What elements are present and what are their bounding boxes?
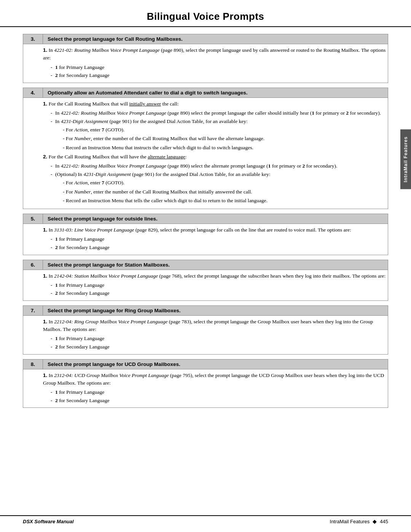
bullet-item: 1 for Primary Language (51, 281, 388, 289)
step-6-number: 6. (23, 260, 43, 270)
footer-right-label: IntraMail Features (330, 519, 370, 524)
bullet-item: In 4221-02: Routing Mailbox Voice Prompt… (51, 109, 388, 117)
step-7-bullets: 1 for Primary Language 2 for Secondary L… (43, 334, 388, 351)
content-area: 3. Select the prompt language for Call R… (0, 34, 411, 423)
bullet-item: 2 for Secondary Language (51, 289, 388, 297)
bullet-item: In 4221-02: Routing Mailbox Voice Prompt… (51, 162, 388, 170)
bullet-item: 1 for Primary Language (51, 388, 388, 396)
step-8-body: 1. In 2312-04: UCD Group Mailbox Voice P… (23, 369, 388, 408)
step-3-item-1: 1. In 4221-02: Routing Mailbox Voice Pro… (43, 46, 388, 62)
step-6-header: 6. Select the prompt language for Statio… (23, 260, 388, 270)
title-area: Bilingual Voice Prompts (0, 0, 411, 27)
step-8-header: 8. Select the prompt language for UCD Gr… (23, 359, 388, 369)
step-4-number: 4. (23, 88, 43, 97)
bullet-item: In 4231-Digit Assignment (page 901) for … (51, 117, 388, 126)
step-3-header: 3. Select the prompt language for Call R… (23, 34, 388, 44)
bullet-item: (Optional) In 4231-Digit Assignment (pag… (51, 170, 388, 179)
step-3-title: Select the prompt language for Call Rout… (43, 34, 187, 44)
bullet-item: 1 for Primary Language (51, 63, 388, 72)
step-8-number: 8. (23, 359, 43, 369)
step-5-title: Select the prompt language for outside l… (43, 214, 162, 224)
bullet-item: 2 for Secondary Language (51, 343, 388, 351)
step-8-item-1: 1. In 2312-04: UCD Group Mailbox Voice P… (43, 372, 388, 387)
step-5-item-1: 1. In 3131-03: Line Voice Prompt Languag… (43, 226, 388, 234)
step-7-item-1: 1. In 2212-04: Ring Group Mailbox Voice … (43, 318, 388, 334)
step-6-bullets: 1 for Primary Language 2 for Secondary L… (43, 281, 388, 297)
step-3-number: 3. (23, 34, 43, 44)
step-4-body: 1. For the Call Routing Mailbox that wil… (23, 98, 388, 209)
step-6-body: 1. In 2142-04: Station Mailbox Voice Pro… (23, 270, 388, 301)
bullet-item: 2 for Secondary Language (51, 243, 388, 252)
step-4-item-2: 2. For the Call Routing Mailbox that wil… (43, 153, 388, 161)
step-7-title: Select the prompt language for Ring Grou… (43, 306, 185, 315)
footer-page-num: 445 (380, 519, 388, 524)
step-7-number: 7. (23, 306, 43, 315)
page-title: Bilingual Voice Prompts (30, 11, 381, 22)
bullet-item: 1 for Primary Language (51, 235, 388, 243)
bullet-item: 2 for Secondary Language (51, 71, 388, 80)
step-5-number: 5. (23, 214, 43, 224)
step-5-header: 5. Select the prompt language for outsid… (23, 214, 388, 224)
footer-right: IntraMail Features ◆ 445 (330, 518, 388, 524)
step-3-body: 1. In 4221-02: Routing Mailbox Voice Pro… (23, 44, 388, 83)
step-7-header: 7. Select the prompt language for Ring G… (23, 305, 388, 316)
step-4-item-1: 1. For the Call Routing Mailbox that wil… (43, 100, 388, 108)
step-6-title: Select the prompt language for Station M… (43, 260, 174, 270)
footer-diamond-icon: ◆ (373, 518, 377, 524)
step-4-item-2-num: 2. (43, 154, 47, 160)
step-4-sub-sub-2: - For Action, enter 7 (GOTO). - For Numb… (43, 179, 388, 204)
step-7-item-1-num: 1. (43, 319, 47, 324)
step-3-item-1-num: 1. (43, 47, 47, 53)
step-4-sub-sub-1: - For Action, enter 7 (GOTO). - For Numb… (43, 126, 388, 152)
page-wrapper: Bilingual Voice Prompts IntraMail Featur… (0, 0, 411, 532)
bullet-item: 2 for Secondary Language (51, 396, 388, 405)
step-8-item-1-num: 1. (43, 372, 47, 378)
step-4-sub-bullets-1: In 4221-02: Routing Mailbox Voice Prompt… (43, 109, 388, 125)
step-6-item-1: 1. In 2142-04: Station Mailbox Voice Pro… (43, 272, 388, 280)
step-4-title: Optionally allow an Automated Attendant … (43, 88, 252, 97)
step-5-item-1-num: 1. (43, 227, 47, 233)
step-8-title: Select the prompt language for UCD Group… (43, 359, 185, 369)
step-4-item-1-num: 1. (43, 101, 47, 107)
footer: DSX Software Manual IntraMail Features ◆… (0, 515, 411, 524)
step-6-item-1-num: 1. (43, 273, 47, 279)
step-3-bullets: 1 for Primary Language 2 for Secondary L… (43, 63, 388, 80)
step-4-header: 4. Optionally allow an Automated Attenda… (23, 88, 388, 98)
step-7-body: 1. In 2212-04: Ring Group Mailbox Voice … (23, 316, 388, 355)
footer-left: DSX Software Manual (23, 519, 74, 524)
step-5-body: 1. In 3131-03: Line Voice Prompt Languag… (23, 224, 388, 255)
step-4-sub-bullets-2: In 4221-02: Routing Mailbox Voice Prompt… (43, 162, 388, 178)
bullet-item: 1 for Primary Language (51, 334, 388, 343)
step-5-bullets: 1 for Primary Language 2 for Secondary L… (43, 235, 388, 251)
step-8-bullets: 1 for Primary Language 2 for Secondary L… (43, 388, 388, 404)
step-3-italic: 4221-02: Routing Mailbox Voice Prompt La… (54, 47, 159, 53)
